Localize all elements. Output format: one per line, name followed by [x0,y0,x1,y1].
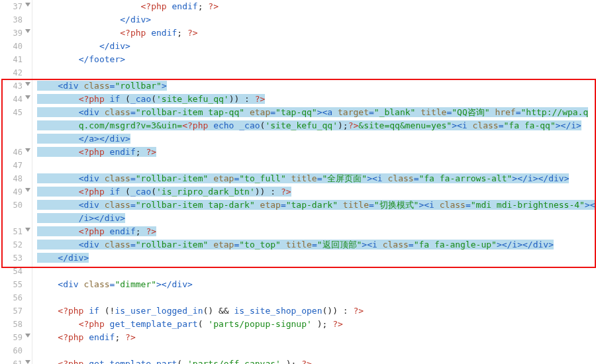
code-line[interactable]: q.com/msgrd?v=3&uin=<?php echo _cao('sit… [32,119,596,132]
fold-icon[interactable] [25,29,30,33]
fold-icon[interactable] [25,228,30,232]
fold-icon[interactable] [25,82,30,86]
line-number[interactable]: 41 [0,53,32,66]
code-line[interactable]: <div class="dimmer"></div> [32,278,596,291]
line-number[interactable]: 48 [0,172,32,185]
code-line[interactable]: </div> [32,13,596,26]
line-number[interactable]: 60 [0,344,32,357]
code-line[interactable]: <?php endif; ?> [32,225,596,238]
code-line[interactable]: </footer> [32,53,596,66]
line-number[interactable]: 50 [0,199,32,212]
code-line[interactable]: </a></div> [32,132,596,146]
line-number[interactable]: 49 [0,185,32,199]
code-line[interactable]: <?php if (_cao('is_ripro_dark_btn')) : ?… [32,185,596,199]
fold-icon[interactable] [25,95,30,99]
fold-icon[interactable] [25,188,30,192]
line-number-gutter[interactable]: 3738394041424344454647484950515253545556… [0,0,32,364]
code-line[interactable] [32,291,596,304]
code-line[interactable]: <?php endif; ?> [32,331,596,344]
code-body[interactable]: <?php endif; ?> </div> <?php endif; ?> <… [32,0,596,364]
code-line[interactable] [32,265,596,278]
code-line[interactable]: <div class="rollbar-item" etap="to_full"… [32,172,596,185]
line-number[interactable]: 54 [0,265,32,278]
code-line[interactable] [32,66,596,79]
code-line[interactable]: <div class="rollbar"> [32,79,596,93]
line-number[interactable]: 39 [0,26,32,40]
line-number[interactable]: 55 [0,278,32,291]
line-number[interactable]: 59 [0,331,32,344]
code-line[interactable]: <?php if (!is_user_logged_in() && is_sit… [32,304,596,318]
code-line[interactable] [32,344,596,357]
code-line[interactable]: <div class="rollbar-item tap-qq" etap="t… [32,106,596,119]
code-line[interactable]: <?php get_template_part( 'parts/popup-si… [32,318,596,331]
line-number[interactable] [0,212,32,225]
line-number[interactable]: 47 [0,159,32,172]
line-number[interactable]: 38 [0,13,32,26]
code-line[interactable] [32,159,596,172]
code-line[interactable]: /i></div> [32,212,596,225]
line-number[interactable] [0,119,32,132]
code-line[interactable]: <?php endif; ?> [32,146,596,159]
code-line[interactable]: <?php get_template_part( 'parts/off-canv… [32,357,596,364]
fold-icon[interactable] [25,148,30,152]
code-line[interactable]: <?php endif; ?> [32,0,596,13]
code-editor[interactable]: 3738394041424344454647484950515253545556… [0,0,596,364]
line-number[interactable]: 43 [0,79,32,93]
code-line[interactable]: <div class="rollbar-item tap-dark" etap=… [32,199,596,212]
line-number[interactable]: 57 [0,304,32,318]
line-number[interactable] [0,132,32,146]
line-number[interactable]: 52 [0,238,32,251]
line-number[interactable]: 46 [0,146,32,159]
line-number[interactable]: 53 [0,251,32,265]
line-number[interactable]: 51 [0,225,32,238]
code-line[interactable]: </div> [32,251,596,265]
fold-icon[interactable] [25,334,30,338]
fold-icon[interactable] [25,360,30,364]
line-number[interactable]: 45 [0,106,32,119]
line-number[interactable]: 40 [0,40,32,53]
line-number[interactable]: 61 [0,357,32,364]
code-line[interactable]: </div> [32,40,596,53]
code-line[interactable]: <?php endif; ?> [32,26,596,40]
line-number[interactable]: 56 [0,291,32,304]
line-number[interactable]: 37 [0,0,32,13]
fold-icon[interactable] [25,3,30,7]
code-line[interactable]: <?php if (_cao('site_kefu_qq')) : ?> [32,93,596,106]
code-line[interactable]: <div class="rollbar-item" etap="to_top" … [32,238,596,251]
line-number[interactable]: 42 [0,66,32,79]
line-number[interactable]: 58 [0,318,32,331]
line-number[interactable]: 44 [0,93,32,106]
